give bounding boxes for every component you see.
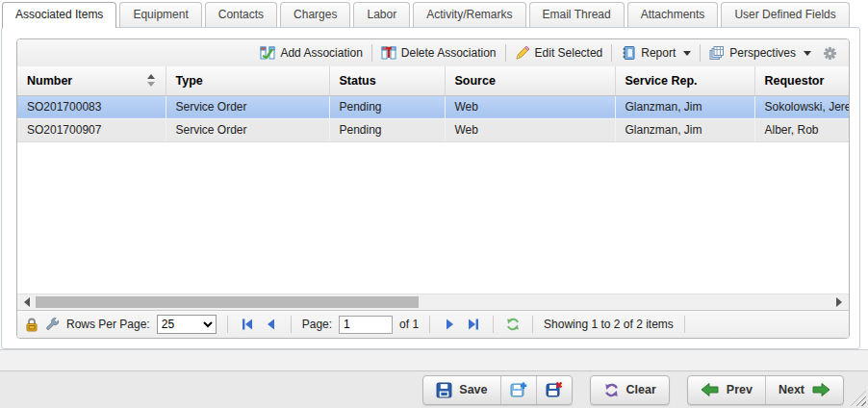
associated-items-panel: Add Association Delete Association	[1, 27, 860, 349]
cell-source: Web	[445, 95, 615, 118]
add-association-label: Add Association	[280, 46, 362, 60]
pager-bar: Rows Per Page: 25 Page: of 1	[17, 310, 849, 339]
cell-service-rep: Glanzman, Jim	[615, 95, 754, 118]
grid-settings-button[interactable]	[817, 44, 843, 63]
pager-separator	[429, 316, 430, 333]
report-dropdown-caret	[683, 51, 691, 56]
grid-empty-area	[17, 142, 849, 293]
tab-attachments[interactable]: Attachments	[627, 2, 719, 27]
save-add-button[interactable]	[500, 376, 536, 404]
last-page-button[interactable]	[465, 316, 482, 333]
edit-selected-label: Edit Selected	[535, 46, 603, 60]
scroll-right-arrow[interactable]	[831, 294, 847, 310]
prev-next-button-group: Prev Next	[687, 375, 844, 405]
cell-type: Service Order	[166, 95, 329, 118]
pager-separator	[493, 316, 494, 333]
delete-association-button[interactable]: Delete Association	[375, 43, 502, 63]
tab-user-defined-fields[interactable]: User Defined Fields	[721, 2, 849, 27]
cell-requestor: Alber, Rob	[754, 118, 850, 141]
tab-equipment[interactable]: Equipment	[119, 2, 201, 27]
rows-per-page-label: Rows Per Page:	[66, 318, 150, 331]
tab-activity-remarks[interactable]: Activity/Remarks	[413, 2, 525, 27]
page: Associated Items Equipment Contacts Char…	[0, 0, 868, 408]
grid-panel: Add Association Delete Association	[16, 38, 850, 339]
table-row[interactable]: SO201700083 Service Order Pending Web Gl…	[17, 95, 850, 118]
toolbar-separator	[371, 44, 372, 62]
column-header-service-rep[interactable]: Service Rep.	[615, 66, 754, 95]
lock-icon[interactable]	[25, 318, 38, 332]
refresh-icon[interactable]	[504, 316, 522, 333]
next-page-button[interactable]	[441, 316, 458, 333]
wrench-icon[interactable]	[45, 318, 60, 332]
toolbar-separator	[700, 44, 701, 62]
previous-page-button[interactable]	[263, 316, 280, 333]
column-header-requestor[interactable]: Requestor	[754, 66, 850, 95]
table-row[interactable]: SO201700907 Service Order Pending Web Gl…	[17, 118, 850, 141]
header-row: Number Type St	[17, 66, 850, 95]
first-page-button[interactable]	[239, 316, 256, 333]
cell-number: SO201700907	[17, 118, 166, 141]
report-button[interactable]: Report	[615, 43, 697, 63]
edit-selected-button[interactable]: Edit Selected	[509, 43, 609, 63]
column-header-type[interactable]: Type	[166, 66, 329, 95]
cell-number: SO201700083	[17, 95, 166, 118]
clear-button-group: Clear	[590, 375, 670, 405]
toolbar-separator	[505, 44, 506, 62]
pager-separator	[227, 316, 228, 333]
clear-icon	[603, 382, 620, 398]
page-label: Page:	[302, 318, 332, 331]
next-button[interactable]: Next	[765, 376, 843, 404]
prev-button[interactable]: Prev	[688, 376, 765, 404]
cell-status: Pending	[329, 118, 445, 141]
gear-icon	[823, 46, 837, 61]
page-of-label: of 1	[399, 318, 419, 331]
scroll-left-arrow[interactable]	[19, 294, 35, 310]
toolbar-separator	[611, 44, 612, 62]
save-delete-icon	[546, 381, 563, 398]
tab-email-thread[interactable]: Email Thread	[529, 2, 625, 27]
next-label: Next	[779, 383, 804, 396]
column-label: Number	[27, 74, 72, 88]
perspectives-label: Perspectives	[729, 46, 796, 60]
cell-type: Service Order	[166, 118, 329, 141]
delete-association-icon	[381, 45, 396, 61]
tab-contacts[interactable]: Contacts	[205, 2, 277, 27]
clear-button[interactable]: Clear	[591, 376, 669, 404]
pager-separator	[684, 316, 685, 333]
save-button[interactable]: Save	[423, 376, 499, 404]
report-label: Report	[641, 46, 676, 60]
associated-items-table: Number Type St	[17, 66, 850, 142]
next-arrow-icon	[811, 382, 830, 397]
prev-label: Prev	[727, 383, 753, 396]
footer-button-bar: Save	[0, 370, 868, 408]
save-add-icon	[510, 381, 527, 398]
page-input[interactable]	[339, 316, 393, 334]
column-header-status[interactable]: Status	[329, 66, 445, 95]
add-association-button[interactable]: Add Association	[254, 43, 368, 63]
delete-association-label: Delete Association	[401, 46, 497, 60]
cell-source: Web	[445, 118, 615, 141]
cell-status: Pending	[329, 95, 445, 118]
perspectives-dropdown-caret	[804, 51, 811, 56]
cell-requestor: Sokolowski, Jerem	[754, 95, 850, 118]
grid-viewport: Number Type St	[17, 66, 850, 142]
save-button-group: Save	[422, 375, 572, 405]
column-header-source[interactable]: Source	[445, 66, 615, 95]
sort-icon[interactable]	[146, 74, 156, 87]
horizontal-scrollbar[interactable]	[17, 293, 849, 310]
scrollbar-thumb[interactable]	[36, 296, 419, 308]
prev-arrow-icon	[701, 382, 720, 397]
grid-toolbar: Add Association Delete Association	[17, 39, 849, 66]
report-icon	[621, 45, 636, 61]
lower-band	[0, 349, 868, 370]
column-header-number[interactable]: Number	[17, 66, 166, 95]
perspectives-button[interactable]: Perspectives	[703, 43, 817, 63]
cell-service-rep: Glanzman, Jim	[615, 118, 754, 141]
tab-charges[interactable]: Charges	[280, 2, 350, 27]
save-delete-button[interactable]	[536, 376, 572, 404]
tab-associated-items[interactable]: Associated Items	[2, 2, 116, 28]
pencil-icon	[515, 45, 530, 61]
tab-bar: Associated Items Equipment Contacts Char…	[2, 2, 868, 28]
tab-labor[interactable]: Labor	[353, 2, 410, 27]
rows-per-page-select[interactable]: 25	[157, 315, 217, 334]
